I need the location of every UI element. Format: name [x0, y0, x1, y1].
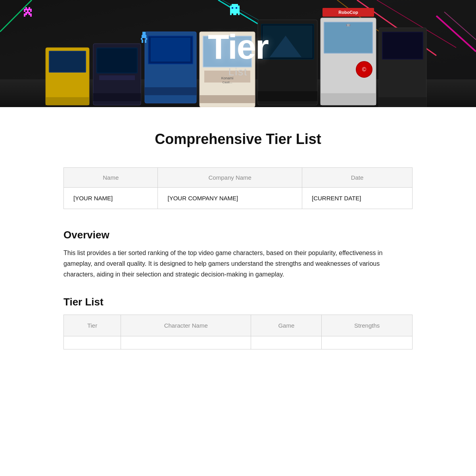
svg-rect-17: [97, 48, 137, 73]
svg-rect-52: [29, 7, 30, 9]
svg-rect-37: [258, 91, 317, 101]
hero-subtitle: List: [208, 66, 268, 78]
page-title: Comprehensive Tier List: [63, 131, 413, 148]
svg-rect-74: [141, 38, 142, 40]
info-cell-name: [YOUR NAME]: [64, 188, 158, 209]
svg-rect-57: [25, 12, 30, 13]
svg-rect-23: [151, 38, 190, 61]
svg-text:RoboCop: RoboCop: [338, 10, 358, 15]
hero-main-title: Tier: [208, 29, 268, 64]
svg-rect-40: [324, 23, 372, 53]
info-header-date: Date: [302, 168, 412, 188]
info-table: Name Company Name Date [YOUR NAME] [YOUR…: [63, 167, 413, 209]
svg-rect-73: [142, 35, 146, 38]
hero-title-container: Tier List: [208, 29, 268, 78]
svg-rect-76: [142, 40, 143, 43]
tier-cell-tier: [64, 336, 121, 349]
overview-heading: Overview: [63, 229, 413, 241]
svg-text:©: ©: [362, 66, 367, 73]
svg-rect-29: [200, 95, 255, 103]
tier-cell-strengths: [322, 336, 413, 349]
svg-rect-55: [27, 10, 29, 12]
svg-rect-50: [379, 97, 426, 107]
svg-rect-14: [46, 97, 89, 105]
svg-rect-70: [233, 13, 236, 15]
svg-rect-69: [230, 13, 232, 15]
tier-header-tier: Tier: [64, 315, 121, 336]
svg-rect-60: [24, 15, 25, 17]
svg-rect-71: [238, 13, 240, 15]
tier-list-heading: Tier List: [63, 296, 413, 308]
svg-rect-19: [93, 93, 141, 101]
info-table-header-row: Name Company Name Date: [64, 168, 413, 188]
tier-header-character: Character Name: [121, 315, 251, 336]
svg-rect-65: [232, 7, 233, 9]
svg-rect-75: [146, 38, 147, 40]
svg-rect-61: [30, 15, 32, 17]
info-header-company: Company Name: [158, 168, 302, 188]
tier-table-row: [64, 336, 413, 349]
svg-rect-24: [145, 87, 196, 95]
svg-rect-13: [50, 52, 85, 72]
svg-rect-51: [25, 7, 27, 9]
tier-header-strengths: Strengths: [322, 315, 413, 336]
svg-rect-58: [24, 13, 27, 15]
tier-list-table: Tier Character Name Game Strengths: [63, 315, 413, 349]
main-content: Comprehensive Tier List Name Company Nam…: [56, 107, 420, 365]
tier-header-game: Game: [251, 315, 322, 336]
svg-rect-54: [24, 10, 25, 12]
hero-banner: Konami Castl... RoboCop 🤖 ©: [0, 0, 476, 107]
svg-rect-18: [99, 75, 135, 80]
svg-rect-67: [230, 9, 240, 10]
svg-rect-77: [145, 40, 146, 43]
svg-rect-62: [232, 4, 238, 6]
svg-rect-66: [236, 7, 237, 9]
svg-text:Castl...: Castl...: [223, 81, 232, 84]
svg-rect-44: [321, 93, 376, 105]
svg-rect-59: [29, 13, 32, 15]
info-cell-date: [CURRENT DATE]: [302, 188, 412, 209]
svg-rect-68: [230, 10, 240, 13]
tier-table-header-row: Tier Character Name Game Strengths: [64, 315, 413, 336]
svg-rect-49: [383, 33, 422, 59]
info-header-name: Name: [64, 168, 158, 188]
tier-cell-character: [121, 336, 251, 349]
info-cell-company: [YOUR COMPANY NAME]: [158, 188, 302, 209]
overview-text: This list provides a tier sorted ranking…: [63, 248, 413, 280]
info-table-row: [YOUR NAME] [YOUR COMPANY NAME] [CURRENT…: [64, 188, 413, 209]
svg-rect-53: [24, 9, 32, 10]
svg-rect-56: [30, 10, 32, 12]
svg-rect-72: [142, 32, 146, 35]
svg-text:🤖: 🤖: [346, 23, 350, 27]
svg-rect-64: [230, 7, 240, 9]
tier-cell-game: [251, 336, 322, 349]
svg-rect-63: [230, 6, 240, 7]
